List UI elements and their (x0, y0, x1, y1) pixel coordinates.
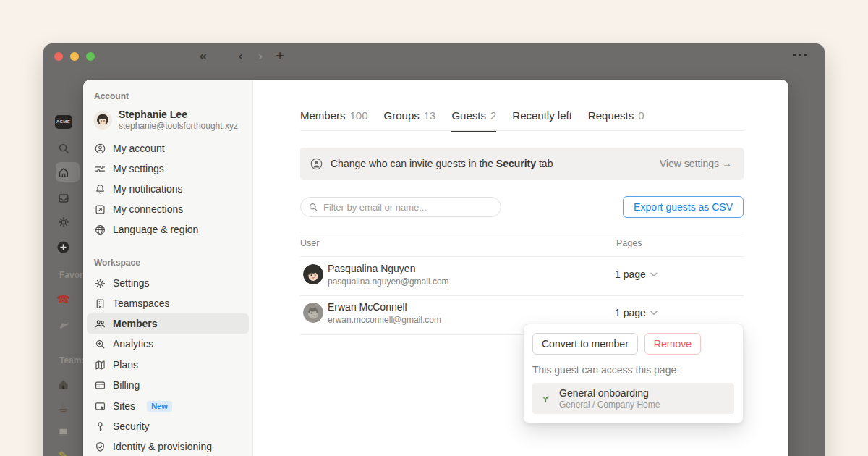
profile-name: Stephanie Lee (119, 109, 238, 121)
new-tab-button[interactable]: + (273, 46, 286, 65)
pencil-icon: ✎ (59, 450, 68, 456)
view-settings-link[interactable]: View settings → (660, 158, 732, 169)
settings-modal: Account Stephanie Lee stephanie@toolsfor… (83, 80, 788, 456)
sidebar-item-billing[interactable]: Billing (87, 375, 249, 395)
account-section-label: Account (94, 91, 129, 101)
sneaker-icon (55, 316, 72, 332)
sidebar-item-settings[interactable]: Settings (87, 273, 249, 293)
teamspace-page-laptop[interactable] (43, 424, 83, 440)
tab-groups[interactable]: Groups13 (384, 109, 436, 132)
tab-guests[interactable]: Guests2 (451, 109, 496, 132)
sprout-icon (540, 392, 552, 405)
guest-name: Erwan McConnell (328, 301, 407, 313)
pages-dropdown[interactable]: 1 page (615, 307, 658, 318)
sidebar-item-label: Members (113, 318, 157, 329)
sidebar-item-label: My notifications (113, 183, 182, 195)
sidebar-item-analytics[interactable]: Analytics (87, 334, 249, 354)
members-settings-content: Members100 Groups13 Guests2 Recently lef… (253, 80, 788, 456)
globe-icon (93, 223, 106, 236)
app-sidebar: ACME Favorites ☎ Teamspaces ☕ (43, 80, 83, 456)
sidebar-item-my-settings[interactable]: My settings (87, 159, 249, 179)
sidebar-item-my-connections[interactable]: My connections (87, 199, 249, 219)
search-icon (57, 142, 70, 155)
sidebar-item-my-account[interactable]: My account (87, 138, 249, 159)
teamspaces-section-label: Teamspaces (59, 355, 83, 366)
banner-text: Change who can invite guests in the Secu… (331, 158, 553, 169)
column-header-pages: Pages (616, 238, 642, 248)
tab-members[interactable]: Members100 (300, 109, 368, 132)
sidebar-item-label: My settings (113, 163, 164, 174)
column-header-user: User (300, 238, 319, 248)
sidebar-item-my-notifications[interactable]: My notifications (87, 179, 249, 199)
page-path: General / Company Home (559, 400, 660, 410)
sidebar-collapse-icon[interactable]: « (194, 48, 213, 64)
workspace-logo[interactable]: ACME (43, 114, 83, 130)
sidebar-item-label: Billing (113, 379, 140, 391)
tab-count: 2 (490, 109, 496, 122)
sidebar-item-sites[interactable]: Sites New (87, 396, 249, 416)
app-settings-button[interactable] (43, 214, 83, 230)
new-badge: New (147, 401, 172, 412)
key-icon (93, 420, 106, 433)
guest-filter-search[interactable] (300, 197, 501, 217)
more-options-button[interactable] (793, 54, 807, 56)
sidebar-item-identity-provisioning[interactable]: Identity & provisioning (87, 436, 249, 456)
tab-recently-left[interactable]: Recently left (512, 109, 572, 132)
sidebar-item-label: Plans (113, 359, 138, 371)
teamspace-page-house[interactable] (43, 376, 83, 392)
home-nav-button[interactable] (43, 164, 83, 180)
window-controls (54, 52, 95, 61)
convert-to-member-button[interactable]: Convert to member (532, 333, 638, 355)
teamspace-page-pencil[interactable]: ✎ (43, 448, 83, 456)
sidebar-item-label: Language & region (113, 224, 198, 235)
close-window-button[interactable] (54, 52, 63, 61)
sidebar-item-label: Analytics (113, 338, 153, 350)
back-button[interactable]: ‹ (234, 46, 247, 65)
inbox-nav-button[interactable] (43, 190, 83, 206)
person-circle-icon (310, 157, 323, 171)
account-profile[interactable]: Stephanie Lee stephanie@toolsforthought.… (93, 109, 238, 132)
forward-button[interactable]: › (254, 46, 267, 65)
tab-count: 0 (638, 109, 644, 122)
acme-logo-icon: ACME (55, 115, 72, 129)
sidebar-item-members[interactable]: Members (87, 313, 249, 334)
sidebar-item-label: Identity & provisioning (113, 441, 212, 452)
magnifier-plus-icon (93, 337, 106, 350)
zoom-window-button[interactable] (86, 52, 95, 61)
sidebar-item-plans[interactable]: Plans (87, 355, 249, 375)
bell-icon (93, 182, 106, 195)
favorite-page-telephone[interactable]: ☎ (43, 292, 83, 308)
search-input[interactable] (323, 202, 493, 213)
search-icon (308, 202, 318, 212)
arrow-up-right-box-icon (93, 203, 106, 216)
chevron-down-icon (650, 272, 658, 277)
house-icon (57, 379, 69, 391)
popup-caption: This guest can access this page: (532, 364, 734, 376)
sidebar-item-security[interactable]: Security (87, 416, 249, 436)
workspace-section-label: Workspace (94, 258, 140, 268)
favorite-page-sneaker[interactable] (43, 316, 83, 332)
sidebar-item-language-region[interactable]: Language & region (87, 219, 249, 240)
tab-count: 13 (424, 109, 436, 122)
pages-dropdown[interactable]: 1 page (615, 269, 658, 280)
tab-count: 100 (350, 109, 368, 122)
tab-requests[interactable]: Requests0 (588, 109, 644, 132)
sidebar-item-label: My account (113, 143, 165, 154)
export-guests-csv-button[interactable]: Export guests as CSV (623, 196, 744, 218)
new-page-button[interactable] (43, 239, 83, 255)
chevron-down-icon (650, 311, 658, 316)
settings-sidebar: Account Stephanie Lee stephanie@toolsfor… (83, 80, 253, 456)
profile-avatar (93, 111, 112, 130)
sidebar-item-label: Settings (113, 277, 150, 289)
person-circle-icon (93, 142, 106, 155)
home-icon (57, 166, 70, 179)
member-tabs: Members100 Groups13 Guests2 Recently lef… (300, 109, 644, 132)
search-nav-button[interactable] (43, 140, 83, 156)
sidebar-item-teamspaces[interactable]: Teamspaces (87, 293, 249, 313)
coffee-icon: ☕ (59, 403, 68, 414)
minimize-window-button[interactable] (70, 52, 79, 61)
guest-actions-popup: Convert to member Remove This guest can … (523, 324, 744, 423)
remove-guest-button[interactable]: Remove (644, 333, 701, 355)
teamspace-page-coffee[interactable]: ☕ (43, 400, 83, 416)
accessible-page-item[interactable]: General onboarding General / Company Hom… (532, 383, 734, 414)
